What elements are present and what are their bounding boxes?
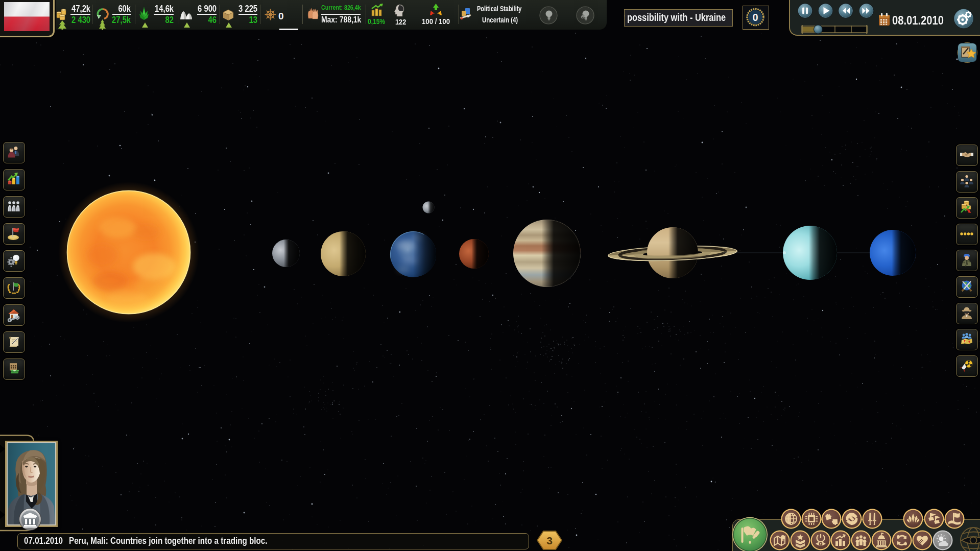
svg-text:3: 3 — [546, 535, 553, 546]
svg-text:0: 0 — [752, 12, 758, 23]
